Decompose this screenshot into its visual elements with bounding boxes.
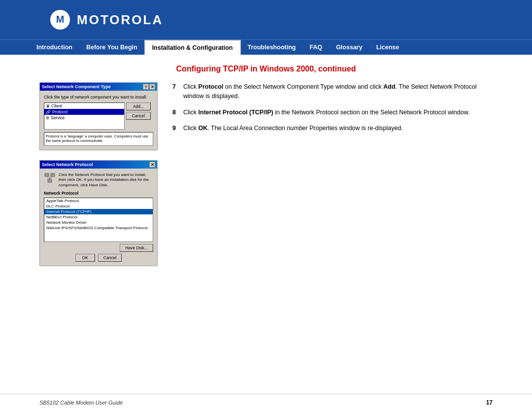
window-1-listbox[interactable]: 🖥 Client 🔗 Protocol ⚙ xyxy=(44,103,125,130)
window-2-dialog-text: Click the Network Protocol that you want… xyxy=(59,172,153,188)
window-1-help-btn[interactable]: ? xyxy=(143,84,149,90)
content-area: Configuring TCP/IP in Windows 2000, cont… xyxy=(0,55,532,384)
svg-rect-2 xyxy=(48,179,52,182)
dialog-network-icon xyxy=(44,172,56,184)
network-protocol-label: Network Protocol xyxy=(44,191,153,196)
motorola-logo-icon: M xyxy=(49,9,71,31)
svg-text:M: M xyxy=(56,14,65,25)
footer-page-number: 17 xyxy=(486,399,493,406)
step-8-number: 8 xyxy=(172,108,179,117)
list-item-client[interactable]: 🖥 Client xyxy=(44,103,124,109)
footer-guide-text: SB5102 Cable Modem User Guide xyxy=(39,400,123,406)
nav-faq[interactable]: FAQ xyxy=(302,40,329,55)
step-9-text: Click OK. The Local Area Connection numb… xyxy=(183,124,493,133)
screenshot-window-2: Select Network Protocol ✕ xyxy=(39,160,158,266)
list-item-protocol-label: Protocol xyxy=(52,109,67,114)
step-7-text: Click Protocol on the Select Network Com… xyxy=(183,82,493,101)
window-1-titlebar: Select Network Component Type ? ✕ xyxy=(40,83,157,91)
window-2-titlebar: Select Network Protocol ✕ xyxy=(40,161,157,169)
window-1-body: Click the type of network component you … xyxy=(40,91,157,150)
text-column: 7 Click Protocol on the Select Network C… xyxy=(172,82,493,266)
screenshots-column: Select Network Component Type ? ✕ Click … xyxy=(39,82,158,266)
list-item-service[interactable]: ⚙ Service xyxy=(44,115,124,121)
screenshot-window-1: Select Network Component Type ? ✕ Click … xyxy=(39,82,158,150)
network-protocol-list[interactable]: AppleTalk Protocol DLC Protocol Internet… xyxy=(44,198,153,242)
step-9-number: 9 xyxy=(172,124,179,133)
window-2-close-btn[interactable]: ✕ xyxy=(149,162,155,168)
window-1-buttons: Add... Cancel xyxy=(126,103,151,120)
window-1-protocol-desc: Protocol is a 'language' a computer uses… xyxy=(44,132,153,146)
motorola-logo: M MOTOROLA xyxy=(49,9,163,31)
add-button[interactable]: Add... xyxy=(126,103,151,110)
dialog-icon-row: Click the Network Protocol that you want… xyxy=(44,172,153,188)
step-8-text: Click Internet Protocol (TCP/IP) in the … xyxy=(183,108,493,117)
nav-bar: Introduction Before You Begin Installati… xyxy=(0,39,532,55)
ok-cancel-row: OK Cancel xyxy=(44,254,153,262)
page-container: M MOTOROLA Introduction Before You Begin… xyxy=(0,0,532,411)
window-2-body: Click the Network Protocol that you want… xyxy=(40,169,157,266)
svg-line-7 xyxy=(50,176,53,179)
content-body: Select Network Component Type ? ✕ Click … xyxy=(39,82,493,266)
svg-line-6 xyxy=(47,176,50,179)
nav-license[interactable]: License xyxy=(369,40,406,55)
list-netbeui[interactable]: NetBEUI Protocol xyxy=(44,214,153,220)
window-1-content: 🖥 Client 🔗 Protocol ⚙ xyxy=(44,103,153,130)
step-8: 8 Click Internet Protocol (TCP/IP) in th… xyxy=(172,108,493,117)
nav-installation[interactable]: Installation & Configuration xyxy=(144,40,241,55)
svg-rect-4 xyxy=(51,173,55,176)
nav-troubleshooting[interactable]: Troubleshooting xyxy=(241,40,303,55)
list-item-client-label: Client xyxy=(51,103,62,108)
step-7: 7 Click Protocol on the Select Network C… xyxy=(172,82,493,101)
window-2-title: Select Network Protocol xyxy=(42,162,93,167)
nav-glossary[interactable]: Glossary xyxy=(329,40,369,55)
window-2-close-btns: ✕ xyxy=(149,162,155,168)
have-disk-row: Have Disk... xyxy=(44,244,153,252)
list-item-service-label: Service xyxy=(51,115,65,120)
page-title: Configuring TCP/IP in Windows 2000, cont… xyxy=(39,65,493,73)
step-7-number: 7 xyxy=(172,82,179,101)
cancel-button-2[interactable]: Cancel xyxy=(98,254,122,262)
cancel-button[interactable]: Cancel xyxy=(126,112,151,120)
list-appletalk[interactable]: AppleTalk Protocol xyxy=(44,198,153,204)
have-disk-button[interactable]: Have Disk... xyxy=(120,244,153,252)
footer: SB5102 Cable Modem User Guide 17 xyxy=(0,394,532,411)
header-bar: M MOTOROLA xyxy=(0,0,532,39)
logo-text: MOTOROLA xyxy=(77,12,163,28)
window-1-desc: Click the type of network component you … xyxy=(44,95,153,100)
window-1-title: Select Network Component Type xyxy=(42,84,111,89)
list-tcpip[interactable]: Internet Protocol (TCP/IP) xyxy=(44,209,153,214)
svg-rect-3 xyxy=(45,173,49,176)
nav-before-you-begin[interactable]: Before You Begin xyxy=(79,40,144,55)
nav-introduction[interactable]: Introduction xyxy=(30,40,79,55)
list-nwlink[interactable]: NWLink IPX/SPX/NetBIOS Compatible Transp… xyxy=(44,225,153,231)
window-1-close-btn[interactable]: ✕ xyxy=(149,84,155,90)
ok-button[interactable]: OK xyxy=(75,254,95,262)
list-netmon[interactable]: Network Monitor Driver xyxy=(44,220,153,225)
list-dlc[interactable]: DLC Protocol xyxy=(44,204,153,209)
step-9: 9 Click OK. The Local Area Connection nu… xyxy=(172,124,493,133)
list-item-protocol[interactable]: 🔗 Protocol xyxy=(44,109,124,115)
window-1-close-btns: ? ✕ xyxy=(143,84,155,90)
